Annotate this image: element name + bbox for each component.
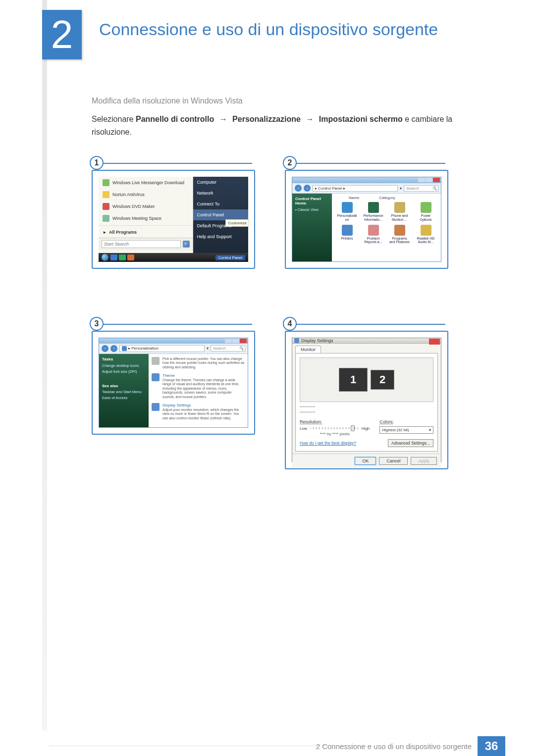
start-orb-icon[interactable] [102,254,108,261]
taskbar-icon[interactable] [127,254,134,260]
close-icon[interactable] [433,178,440,182]
item-icon [152,403,160,411]
maximize-icon[interactable] [426,178,432,182]
dialog-buttons: OK Cancel Apply [292,454,441,468]
start-menu-right-item[interactable]: Help and Support [193,231,248,242]
control-panel-item[interactable]: Programsand Features [387,225,412,244]
figure-1: 1 Windows Live Messenger DownloadNorton … [92,163,255,302]
nav-fwd-icon[interactable]: › [110,345,117,352]
start-search-input[interactable] [102,240,181,248]
ok-button[interactable]: OK [355,457,376,465]
control-panel-item[interactable]: Realtek HDAudio M... [414,225,438,244]
sidebar-classic-view[interactable]: Classic View [298,207,319,212]
slider-thumb[interactable] [351,425,355,431]
control-panel-sidebar: Control Panel Home • Classic View [292,194,332,261]
seealso-link[interactable]: Taskbar and Start Menu [102,390,146,394]
start-menu-app[interactable]: Windows DVD Maker [99,201,193,212]
chapter-title: Connessione e uso di un dispositivo sorg… [99,20,438,39]
close-icon[interactable] [240,339,247,343]
dialog-title: Display Settings [301,338,333,343]
control-panel-item[interactable]: Personalization [335,202,359,221]
monitor-2[interactable]: 2 [371,370,394,390]
app-icon [103,203,109,210]
app-icon [103,179,109,186]
cp-label: PerformanceInformatio... [363,214,383,221]
section-body: Selezionare Pannello di controllo → Pers… [92,113,468,138]
control-panel-item[interactable]: PerformanceInformatio... [361,202,385,221]
cp-label: Phone andModem ... [391,214,408,221]
cp-icon [368,202,379,213]
item-desc: Change the theme. Themes can change a wi… [162,378,245,399]
start-menu-right-item[interactable]: Computer [193,177,248,188]
personalization-item[interactable]: ThemeChange the theme. Themes can change… [152,373,245,399]
search-box[interactable]: Search🔍 [404,185,438,192]
taskbar-icon[interactable] [110,254,117,260]
step-badge-2: 2 [283,156,297,170]
step-badge-4: 4 [283,317,297,331]
item-icon [152,357,160,365]
window-titlebar [99,338,248,344]
search-icon[interactable]: 🔍 [183,241,190,248]
dialog-panel: 1 2 ********** ********** Resolution: Lo [295,353,438,452]
maximize-icon[interactable] [232,339,239,343]
col-category: Category [379,196,395,200]
taskbar-icon[interactable] [119,254,126,260]
start-menu-right-item[interactable]: Connect To [193,199,248,209]
personalization-item[interactable]: Display SettingsAdjust your monitor reso… [152,403,245,420]
sidebar-home[interactable]: Control Panel Home [295,197,329,205]
item-icon [152,373,160,381]
figure-4: 4 Display Settings Monitor 1 2 [285,324,448,482]
start-menu-right-item[interactable]: Control Panel [193,209,248,220]
personalization-main: Pick a different mouse pointer. You can … [149,354,248,427]
address-field[interactable]: ▸ Personalization [119,345,205,352]
item-title: Theme [162,373,245,378]
start-menu-left: Windows Live Messenger DownloadNorton An… [99,177,193,262]
section-subhead: Modifica della risoluzione in Windows Vi… [92,97,468,105]
control-panel-item[interactable]: Phone andModem ... [387,202,412,221]
colors-select[interactable]: Highest (32 bit) ▾ [379,426,433,434]
sidebar-task-link[interactable]: Adjust font size (DPI) [102,369,146,374]
control-panel-item[interactable]: Printers [335,225,359,244]
taskbar-item[interactable]: Control Panel [215,255,245,260]
path-display-settings: Impostazioni schermo [319,115,403,123]
control-panel-item[interactable]: PowerOptions [414,202,438,221]
cp-label: PowerOptions [420,214,431,221]
cp-label: Personalization [337,214,357,221]
close-icon[interactable] [429,339,440,345]
personalization-item[interactable]: Pick a different mouse pointer. You can … [152,357,245,369]
seealso-link[interactable]: Ease of Access [102,396,146,400]
minimize-icon[interactable] [418,178,425,182]
chevron-down-icon: ▾ [429,428,431,432]
start-menu-right-item[interactable]: Network [193,188,248,199]
apply-button[interactable]: Apply [411,457,437,465]
step-line [297,324,445,325]
nav-back-icon[interactable]: ‹ [102,345,108,352]
start-menu-app[interactable]: Windows Meeting Space [99,212,193,224]
item-title: Display Settings [162,403,245,407]
tab-monitor[interactable]: Monitor [295,346,321,353]
cancel-button[interactable]: Cancel [379,457,408,465]
nav-fwd-icon[interactable]: › [304,185,311,192]
all-programs[interactable]: All Programs [99,227,193,238]
address-field[interactable]: ▸ Control Panel ▸ [313,185,398,192]
search-box[interactable]: Search🔍 [211,345,245,352]
personalization-screenshot: ‹ › ▸ Personalization ▾ Search🔍 Tasks Ch… [92,331,255,435]
start-menu-app[interactable]: Windows Live Messenger Download [99,177,193,189]
app-icon [103,191,109,198]
sidebar-task-link[interactable]: Change desktop icons [102,363,146,368]
search-icon: 🔍 [432,186,437,191]
app-label: Windows Live Messenger Download [112,180,184,185]
help-link[interactable]: How do I get the best display? [300,441,356,446]
monitor-1[interactable]: 1 [339,368,368,392]
resolution-slider[interactable]: Low High [300,426,370,431]
minimize-icon[interactable] [225,339,232,343]
nav-back-icon[interactable]: ‹ [295,185,302,192]
advanced-settings-button[interactable]: Advanced Settings... [388,439,433,447]
start-search-row: 🔍 [99,238,193,250]
start-menu-right: ComputerNetworkConnect ToControl PanelDe… [193,177,248,262]
path-control-panel: Pannello di controllo [136,115,214,123]
control-panel-item[interactable]: ProblemReports a... [361,225,385,244]
resolution-value: **** by **** pixels [300,432,370,436]
display-icon [294,338,299,343]
start-menu-app[interactable]: Norton AntiVirus [99,189,193,201]
